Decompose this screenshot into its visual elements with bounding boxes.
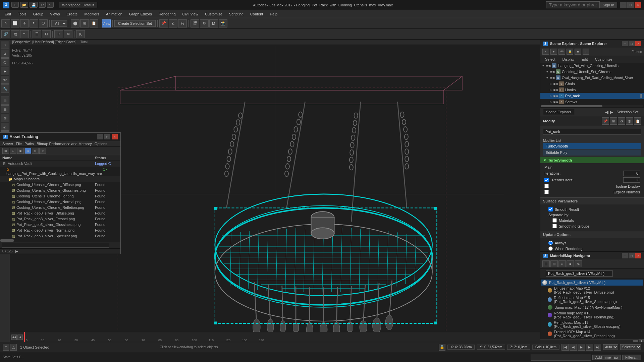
- search-input[interactable]: [546, 1, 600, 8]
- undo-btn[interactable]: ↩: [39, 2, 46, 8]
- sb-mode-btn1[interactable]: ⬡: [3, 344, 9, 351]
- new-btn[interactable]: 🗋: [11, 2, 19, 8]
- mp-lock-btn[interactable]: 📌: [602, 117, 609, 125]
- at-menu-options[interactable]: Options: [95, 142, 107, 146]
- bind-to-space-warp-btn[interactable]: 〜: [20, 30, 29, 38]
- at-path-input[interactable]: [2, 243, 109, 248]
- at-row-maps-folder[interactable]: 📁Maps / Shaders: [0, 176, 120, 182]
- layer-btn[interactable]: 📋: [90, 19, 98, 27]
- at-close-btn[interactable]: ×: [112, 134, 118, 139]
- create-selection-btn[interactable]: Create Selection Set: [114, 20, 156, 27]
- se-maximize-btn[interactable]: □: [629, 41, 635, 46]
- mn-mat-name-input[interactable]: [546, 270, 613, 277]
- at-row-gloss-chrome[interactable]: 🖼Cooking_Utensils_Chrome_Glossines.png F…: [0, 188, 120, 193]
- mn-grid-btn[interactable]: ⊞: [550, 260, 558, 267]
- at-row-specular-silver[interactable]: 🖼Pot_Rack_geo3_silver_Specular.png Found: [0, 233, 120, 239]
- sp-smoothing-checkbox[interactable]: [552, 224, 557, 228]
- open-btn[interactable]: 📂: [20, 2, 28, 8]
- material-editor-btn[interactable]: M: [209, 19, 218, 27]
- percent-snap-btn[interactable]: %: [178, 19, 187, 27]
- at-row-reflect-chrome[interactable]: 🖼Cooking_Utensils_Chrome_Refletion.png F…: [0, 205, 120, 210]
- mn-map-reflect[interactable]: Reflect map: Map #15 (Pot_Rack_geo3_silv…: [541, 295, 643, 304]
- bb-filters-btn[interactable]: Filters...: [622, 355, 641, 360]
- ts-isoline-checkbox[interactable]: [544, 184, 549, 188]
- menu-civil-view[interactable]: Civil View: [179, 11, 202, 17]
- at-menu-file[interactable]: File: [16, 142, 22, 146]
- sb-go-start-btn[interactable]: |◀: [561, 344, 569, 351]
- se-row-hooks[interactable]: ▷ ◉◉ H Hooks: [540, 87, 644, 93]
- se-tab-display[interactable]: Display: [559, 57, 578, 62]
- close-btn[interactable]: ×: [635, 2, 641, 8]
- at-tb-4[interactable]: ⊠: [24, 148, 31, 154]
- se-tab-select[interactable]: Select: [542, 57, 559, 62]
- se-row-chain[interactable]: ▷ ◉◉ C Chain: [540, 81, 644, 87]
- rotate-btn[interactable]: ↻: [30, 19, 38, 27]
- menu-customize[interactable]: Customize: [202, 11, 226, 17]
- save-btn[interactable]: 💾: [30, 2, 38, 8]
- menu-rendering[interactable]: Rendering: [155, 11, 179, 17]
- tl-prev-key-btn[interactable]: ◀◀: [11, 335, 17, 340]
- sb-next-frame-btn[interactable]: ▶: [586, 344, 593, 351]
- mn-list-btn[interactable]: ☰: [542, 260, 550, 267]
- menu-help[interactable]: Help: [266, 11, 281, 17]
- ref-coord-btn[interactable]: ⊕: [54, 30, 63, 38]
- bb-add-time-tag-btn[interactable]: Add Time Tag: [592, 355, 621, 360]
- se-close-filter-btn[interactable]: ×: [542, 49, 549, 55]
- bb-time-input[interactable]: [531, 354, 591, 361]
- at-row-normal-chrome[interactable]: 🖼Cooking_Utensils_Chrome_Normal.png Foun…: [0, 199, 120, 205]
- sp-materials-checkbox[interactable]: [552, 218, 557, 223]
- at-footer-arrow[interactable]: ▶: [15, 249, 18, 253]
- render-btn[interactable]: 🎬: [191, 19, 199, 27]
- timeline-playhead[interactable]: [24, 332, 25, 342]
- lt-isolate-btn[interactable]: ◎: [1, 123, 9, 131]
- se-sel-set-right[interactable]: ▶: [610, 110, 613, 115]
- lt-create-btn[interactable]: ✦: [1, 41, 9, 49]
- sb-mode-btn2[interactable]: △: [10, 344, 17, 351]
- ts-header[interactable]: ▼ TurboSmooth: [540, 157, 644, 163]
- menu-tools[interactable]: Tools: [14, 11, 30, 17]
- sb-auto-select[interactable]: Auto: [603, 344, 618, 350]
- sb-prev-frame-btn[interactable]: ◀: [570, 344, 577, 351]
- sp-smooth-checkbox[interactable]: [548, 207, 553, 212]
- at-tb-5[interactable]: ▷: [32, 148, 39, 154]
- angle-snap-btn[interactable]: ∠: [169, 19, 177, 27]
- align-btn[interactable]: ⊞: [80, 19, 89, 27]
- mn-small-btn[interactable]: ▪▪: [558, 260, 566, 267]
- se-scrollbar[interactable]: [540, 105, 644, 108]
- link-btn[interactable]: 🔗: [1, 30, 10, 38]
- at-row-normal-silver[interactable]: 🖼Pot_Rack_geo3_silver_Normal.png Found: [0, 228, 120, 233]
- minimize-btn[interactable]: ─: [620, 2, 627, 8]
- select-btn[interactable]: ↖: [1, 19, 10, 27]
- scale-btn[interactable]: ⬡: [39, 19, 48, 27]
- at-row-diffuse-silver[interactable]: 🖼Pot_Rack_geo3_silver_Diffuse.png Found: [0, 210, 120, 216]
- mn-scrollbar[interactable]: ▼: [540, 339, 644, 342]
- se-row-cooking-utensil[interactable]: ▼ ◉◉ C Cooking_Utensil_Set_Chrome: [540, 69, 644, 75]
- mn-maximize-btn[interactable]: □: [629, 253, 635, 258]
- mp-copy-btn[interactable]: 📋: [634, 117, 641, 125]
- sb-lock-btn[interactable]: 🔒: [439, 344, 445, 351]
- workspace-label[interactable]: Workspace: Default: [59, 2, 97, 8]
- se-row-hanging-pot[interactable]: ▼ ◉◉ H Hanging_Pot_with_Cooking_Utensils: [540, 63, 644, 69]
- at-row-vault[interactable]: 🗄Autodesk Vault Logged C: [0, 161, 120, 167]
- at-minimize-btn[interactable]: ─: [97, 134, 103, 139]
- se-row-screws[interactable]: ▷ ◉◉ S Screws: [540, 99, 644, 105]
- mirror-btn[interactable]: ⬤: [71, 19, 79, 27]
- se-col-btn[interactable]: ■: [575, 49, 581, 55]
- se-row-pot-rack[interactable]: ▷ ◉◉ P Pot_rack ▌: [540, 93, 644, 99]
- tl-prev-btn[interactable]: ◀: [17, 335, 23, 340]
- at-row-maxfile[interactable]: 🗋Hanging_Pot_Rack_with_Cooking_Utensils_…: [0, 167, 120, 176]
- se-tab-customize[interactable]: Customize: [592, 57, 616, 62]
- sign-in-btn[interactable]: Sign In: [600, 2, 617, 8]
- mn-mat-pot-rack[interactable]: Pot_Rack_geo3_silver ( VRayMtl ): [541, 280, 643, 286]
- se-lock-btn[interactable]: 🔒: [567, 49, 573, 55]
- snap-btn[interactable]: 📌: [159, 19, 168, 27]
- at-menu-paths[interactable]: Paths: [24, 142, 34, 146]
- uo-render-radio[interactable]: [548, 246, 553, 251]
- mp-box-btn[interactable]: ⊞: [610, 117, 617, 125]
- mn-map-normal[interactable]: Normal map: Map #16 (Pot_Rack_geo3_silve…: [541, 310, 643, 320]
- mp-del-btn[interactable]: 🗑: [626, 117, 633, 125]
- keyboard-shortcut-btn[interactable]: K: [76, 30, 85, 38]
- se-sort-btn[interactable]: ↕: [583, 49, 589, 55]
- at-row-fresnel-silver[interactable]: 🖼Pot_Rack_geo3_silver_Fresnel.png Found: [0, 216, 120, 222]
- menu-graph-editors[interactable]: Graph Editors: [126, 11, 155, 17]
